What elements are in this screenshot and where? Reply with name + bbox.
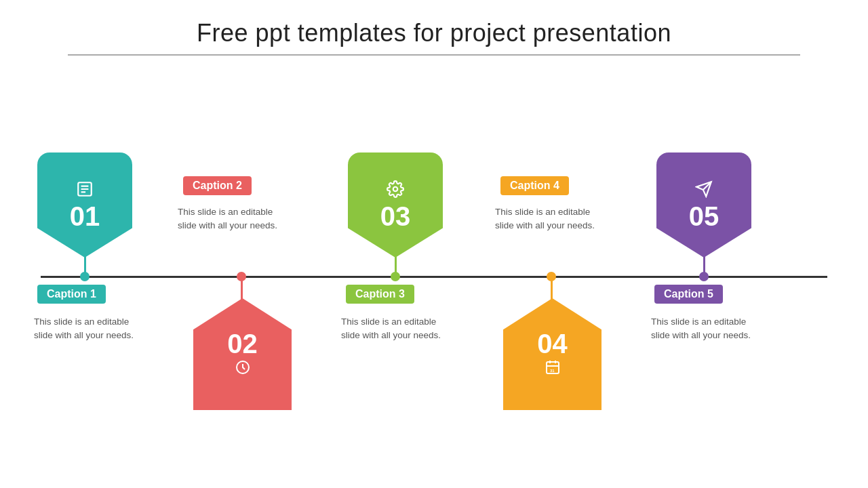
item1-dot [80,272,90,281]
item2-icon [235,359,251,379]
item4-icon: 31 [545,359,561,379]
item2-connector [241,279,243,300]
item5-dot [699,272,709,281]
item2-caption-badge: Caption 2 [183,176,252,195]
item3-icon [387,180,404,201]
item2-number: 02 [227,330,258,357]
item5-number: 05 [689,203,719,230]
item4-number: 04 [537,330,568,357]
item1-icon [76,180,94,201]
item1-caption-badge: Caption 1 [37,285,106,304]
item1-shape: 01 [37,152,132,258]
item4-connector [551,279,553,300]
item4-shape: 04 31 [503,298,601,410]
item5-caption-badge: Caption 5 [654,285,723,304]
item3-dot [391,272,400,281]
item4-text: This slide is an editable slide with all… [495,205,607,233]
slide-container: Free ppt templates for project presentat… [0,0,868,488]
timeline-layout: 01 Caption 1 This slide is an editable s… [0,71,868,488]
item4-caption-badge: Caption 4 [500,176,569,195]
item3-shape: 03 [348,152,443,258]
item2-text: This slide is an editable slide with all… [178,205,290,233]
item3-caption-badge: Caption 3 [346,285,414,304]
title-divider [68,54,800,56]
item2-dot [237,272,246,281]
item3-text: This slide is an editable slide with all… [341,315,453,343]
timeline-line [41,276,827,278]
svg-point-5 [393,187,398,192]
svg-text:31: 31 [550,369,555,373]
item5-shape: 05 [656,152,751,258]
item2-shape: 02 [193,298,292,410]
item1-text: This slide is an editable slide with all… [34,315,142,343]
item3-number: 03 [380,203,411,230]
slide-title: Free ppt templates for project presentat… [0,0,868,54]
item4-dot [547,272,556,281]
item5-icon [695,180,713,201]
item1-number: 01 [70,203,100,230]
item5-text: This slide is an editable slide with all… [651,315,763,343]
